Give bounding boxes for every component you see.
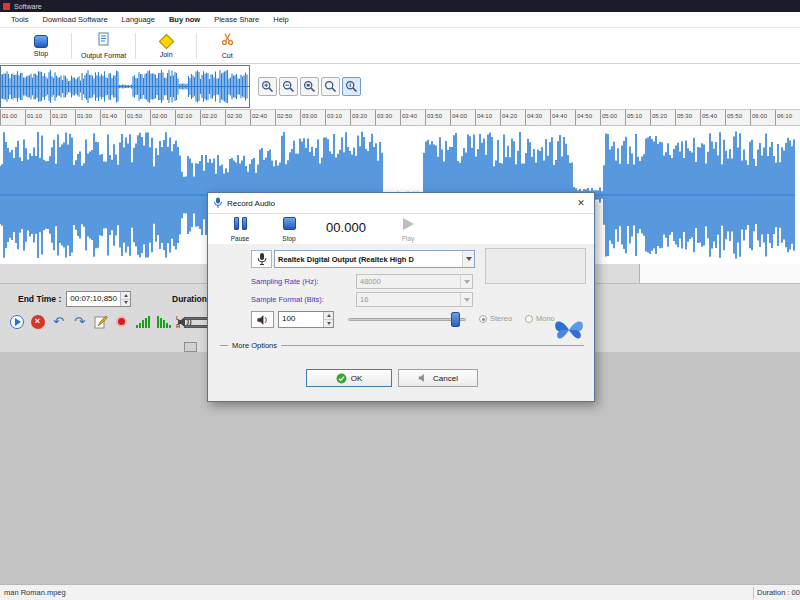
- slider-thumb[interactable]: [451, 312, 460, 327]
- ruler-tick: 05:30: [675, 110, 700, 126]
- end-time-spinner[interactable]: [120, 292, 130, 306]
- recording-level-meter: [485, 248, 586, 284]
- stereo-radio[interactable]: Stereo: [479, 314, 512, 323]
- toolbar-separator: [196, 33, 197, 59]
- output-format-button[interactable]: Output Format: [81, 29, 126, 62]
- fade-in-button[interactable]: [134, 313, 151, 330]
- transport-section: Pause Stop Play: [208, 214, 594, 244]
- edit-icons-row: × ↶ ↷: [8, 313, 193, 330]
- misc-small-button[interactable]: [184, 342, 197, 352]
- slider-track[interactable]: [348, 318, 466, 321]
- channel-left-label: L: [176, 315, 181, 321]
- zoom-toolbar: [258, 77, 361, 96]
- cut-button[interactable]: Cut: [206, 29, 248, 62]
- dialog-titlebar[interactable]: Record Audio ✕: [208, 193, 594, 214]
- menu-item[interactable]: Please Share: [207, 12, 266, 28]
- toolbar: Stop Output Format Join Cut: [0, 28, 800, 64]
- overview-row: [0, 64, 800, 110]
- chevron-down-icon[interactable]: [462, 251, 474, 267]
- undo-icon: ↶: [53, 315, 64, 328]
- undo-button[interactable]: ↶: [50, 313, 67, 330]
- menu-item[interactable]: Buy now: [162, 12, 207, 28]
- menu-item[interactable]: Help: [266, 12, 295, 28]
- statusbar: man Roman.mpeg Duration : 00:: [0, 584, 800, 600]
- ruler-tick: 02:30: [225, 110, 250, 126]
- ruler-tick: 04:20: [500, 110, 525, 126]
- zoom-out-button[interactable]: [279, 77, 298, 96]
- zoom-level-button[interactable]: [342, 77, 361, 96]
- record-stop-button[interactable]: Stop: [269, 216, 309, 242]
- ruler-tick: 04:00: [450, 110, 475, 126]
- pause-button[interactable]: Pause: [220, 216, 260, 242]
- sampling-rate-select[interactable]: 48000: [356, 274, 473, 289]
- more-options-group: More Options: [220, 341, 584, 350]
- close-icon[interactable]: ✕: [573, 196, 589, 210]
- cancel-button[interactable]: Cancel: [398, 369, 478, 387]
- play-button[interactable]: [8, 313, 25, 330]
- recording-device-select[interactable]: Realtek Digital Output (Realtek High D: [274, 250, 475, 268]
- fade-out-icon: [156, 315, 171, 329]
- channel-right-label: R: [176, 323, 181, 329]
- delete-icon: ×: [31, 315, 45, 329]
- zoom-in-button[interactable]: [258, 77, 277, 96]
- spin-down-icon[interactable]: [124, 301, 128, 304]
- volume-slider[interactable]: [348, 311, 466, 328]
- zoom-selection-icon: [303, 80, 316, 93]
- play-icon: [10, 315, 24, 329]
- zoom-full-button[interactable]: [321, 77, 340, 96]
- redo-icon: ↷: [74, 315, 85, 328]
- record-button[interactable]: [113, 313, 130, 330]
- stop-icon: [34, 35, 48, 48]
- sample-format-label: Sample Format (Bits):: [251, 295, 324, 304]
- ruler-tick: 03:40: [400, 110, 425, 126]
- ruler-tick: 03:10: [325, 110, 350, 126]
- speaker-button[interactable]: [251, 311, 274, 328]
- ruler-tick: 02:40: [250, 110, 275, 126]
- recording-device-value: Realtek Digital Output (Realtek High D: [275, 255, 462, 264]
- delete-button[interactable]: ×: [29, 313, 46, 330]
- volume-spinner[interactable]: [323, 312, 333, 327]
- record-play-button[interactable]: Play: [388, 216, 428, 242]
- menu-item[interactable]: Tools: [4, 12, 36, 28]
- fade-in-icon: [135, 315, 150, 329]
- channel-meters: L R: [176, 314, 210, 330]
- ruler-tick: 04:10: [475, 110, 500, 126]
- ruler-tick: 06:10: [775, 110, 800, 126]
- zoom-selection-button[interactable]: [300, 77, 319, 96]
- volume-value: 100: [279, 312, 323, 327]
- redo-button[interactable]: ↷: [71, 313, 88, 330]
- microphone-button[interactable]: [251, 250, 272, 268]
- ok-button[interactable]: OK: [306, 369, 392, 387]
- ruler-tick: 01:30: [75, 110, 100, 126]
- menu-item[interactable]: Download Software: [36, 12, 115, 28]
- dialog-title: Record Audio: [227, 199, 569, 208]
- mono-radio[interactable]: Mono: [525, 314, 555, 323]
- ruler-tick: 05:00: [600, 110, 625, 126]
- fade-out-button[interactable]: [155, 313, 172, 330]
- spin-down-icon[interactable]: [327, 322, 331, 325]
- ruler-tick: 01:00: [0, 110, 25, 126]
- menubar: ToolsDownload SoftwareLanguageBuy nowPle…: [0, 12, 800, 28]
- join-button[interactable]: Join: [145, 29, 187, 62]
- cut-icon: [220, 32, 235, 50]
- spin-up-icon[interactable]: [124, 294, 128, 297]
- chevron-down-icon: [460, 293, 472, 306]
- sample-format-select[interactable]: 16: [356, 292, 473, 307]
- play-icon: [403, 218, 414, 230]
- stop-button[interactable]: Stop: [20, 29, 62, 62]
- volume-spinbox[interactable]: 100: [278, 311, 334, 328]
- edit-button[interactable]: [92, 313, 109, 330]
- status-filename: man Roman.mpeg: [0, 588, 753, 597]
- end-time-spinbox[interactable]: 00:07:10,850: [66, 291, 131, 307]
- time-ruler[interactable]: 01:0001:1001:2001:3001:4001:5002:0002:10…: [0, 110, 800, 126]
- ruler-tick: 03:00: [300, 110, 325, 126]
- waveform-overview[interactable]: [0, 65, 250, 108]
- spin-up-icon[interactable]: [327, 314, 331, 317]
- radio-icon: [525, 315, 533, 323]
- app-icon: [3, 3, 10, 10]
- ruler-tick: 02:10: [175, 110, 200, 126]
- window-titlebar: Software: [0, 0, 800, 12]
- menu-item[interactable]: Language: [115, 12, 162, 28]
- cancel-icon: [418, 373, 429, 383]
- end-time-label: End Time :: [18, 294, 61, 304]
